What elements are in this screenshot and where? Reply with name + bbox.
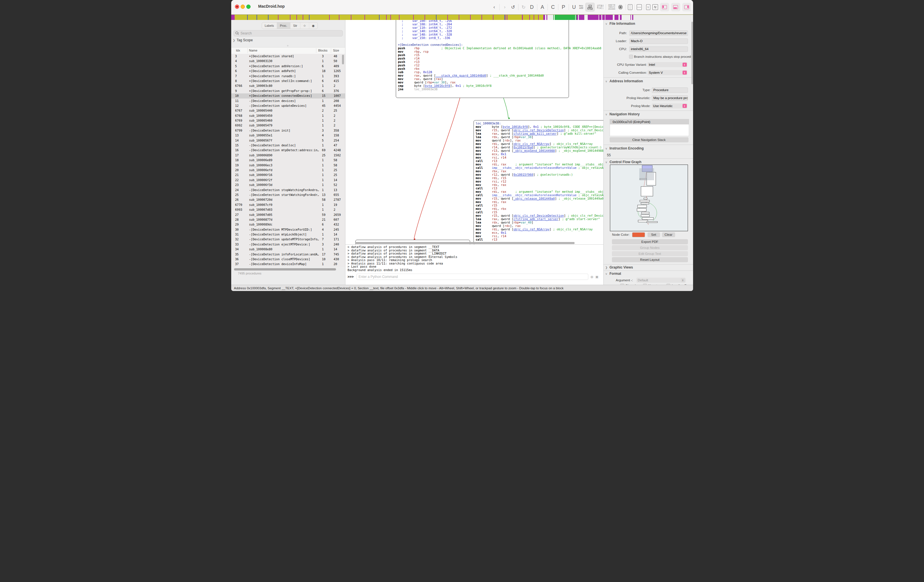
toggle-bottom-panel-icon[interactable] — [671, 3, 680, 12]
graph-horizontal-scrollbar[interactable] — [355, 242, 574, 244]
table-row[interactable]: 25-[DeviceDetection startWatchingForAndr… — [231, 193, 345, 197]
table-row[interactable]: 13sub_1000055e14158 — [231, 133, 345, 138]
cfg-graph-view[interactable]: ; var_100: int64_t, -256 ; var_108: int6… — [345, 20, 603, 244]
clear-console-icon[interactable]: ⊗ — [590, 275, 593, 279]
table-row[interactable]: 20sub_100006efd125 — [231, 168, 345, 173]
table-row[interactable]: 10+[DeviceDetection connectedDevices]151… — [231, 93, 345, 98]
table-row[interactable]: 6770sub_100007cf0119 — [231, 203, 345, 207]
table-horizontal-scrollbar[interactable] — [234, 268, 336, 270]
cpu-syntax-select[interactable]: Intel▲▼ — [647, 62, 687, 67]
table-row[interactable]: 32-[DeviceDetection updateMTPStorageInfo… — [231, 237, 345, 242]
split-horizontal-icon[interactable] — [637, 4, 642, 10]
set-node-color-button[interactable]: Set — [647, 232, 660, 237]
cfg-mode-icon[interactable] — [585, 3, 595, 12]
tab-procedures[interactable]: Proc. — [277, 23, 290, 29]
table-row[interactable]: 8+[DeviceDetection shellIn:command:]6415 — [231, 79, 345, 83]
close-window-button[interactable] — [235, 5, 239, 9]
tab-strings[interactable]: Str — [290, 23, 300, 29]
chevron-right-icon[interactable]: ❯ — [606, 266, 608, 269]
table-row[interactable]: 31-[DeviceDetection mtpLockObject]114 — [231, 232, 345, 237]
node-color-swatch[interactable] — [632, 232, 645, 237]
chevron-down-icon[interactable]: ∨ — [606, 22, 608, 25]
table-row[interactable]: 6+[DeviceDetection adbPath]181265 — [231, 69, 345, 73]
tab-bookmarks[interactable]: ☆ — [300, 23, 309, 29]
table-row[interactable]: 6769sub_10000546012 — [231, 118, 345, 123]
chevron-down-icon[interactable]: ∨ — [606, 147, 608, 150]
chevron-down-icon[interactable]: ∨ — [606, 80, 608, 83]
table-row[interactable]: 29sub_1000089dc6432 — [231, 222, 345, 227]
table-row[interactable]: 26sub_10000720d582787 — [231, 197, 345, 202]
table-row[interactable]: 23sub_100006f3d152 — [231, 183, 345, 187]
assembly-mode-icon[interactable]: mov add — [579, 5, 583, 9]
edit-group-text-button[interactable]: Edit Group Text — [612, 251, 688, 256]
table-row[interactable]: 28sub_10000877d21607 — [231, 217, 345, 222]
column-name[interactable]: Name — [249, 49, 257, 52]
table-row[interactable]: 24-[DeviceDetection stopWatchingForAndro… — [231, 188, 345, 193]
hex-mode-icon[interactable]: 486F70 706572 204469 — [608, 4, 615, 10]
table-row[interactable]: 7+[DeviceDetection runadb:]1393 — [231, 74, 345, 79]
column-idx[interactable]: Idx — [236, 49, 240, 52]
prolog-mode-select[interactable]: Use Heuristic▲▼ — [652, 103, 687, 109]
ascii-button[interactable]: A — [539, 3, 546, 12]
toggle-right-panel-icon[interactable] — [682, 3, 691, 12]
table-row[interactable]: 22sub_100006f2f114 — [231, 178, 345, 183]
navigation-history-list[interactable]: 0x1000ca7c0 (EntryPoint) — [610, 119, 689, 136]
table-row[interactable]: 33-[DeviceDetection ejectMTPDevice:]3240 — [231, 242, 345, 247]
column-blocks[interactable]: Blocks — [318, 49, 327, 52]
console-settings-icon[interactable]: ▣ — [596, 275, 598, 279]
navigation-entry[interactable]: 0x1000ca7c0 (EntryPoint) — [610, 119, 689, 124]
forward-icon[interactable]: › — [502, 3, 508, 12]
column-size[interactable]: Size — [333, 49, 339, 52]
table-row[interactable]: 6768sub_10000545012 — [231, 113, 345, 118]
table-row[interactable]: 27sub_100007d05592659 — [231, 213, 345, 217]
tag-scope-disclosure[interactable]: ❯ Tag Scope — [233, 38, 253, 42]
table-row[interactable]: 35-[DeviceDetection infoForLocation:andA… — [231, 252, 345, 257]
data-button[interactable]: D — [529, 3, 535, 12]
table-row[interactable]: 5+[DeviceDetection adbVersion:]6409 — [231, 64, 345, 69]
back-icon[interactable]: ‹ — [491, 3, 497, 12]
tab-scope[interactable]: ◉ — [309, 23, 318, 29]
undo-icon[interactable]: ↺ — [510, 3, 516, 12]
table-row[interactable]: 3+[DeviceDetection shared]348 — [231, 54, 345, 59]
python-command-input[interactable] — [356, 274, 588, 280]
table-row[interactable]: 9+[DeviceDetection getPropFor:prop:]6376 — [231, 89, 345, 93]
table-row[interactable]: 6766sub_100003c8012 — [231, 83, 345, 88]
table-row[interactable]: 12-[DeviceDetection updateDevices]454454 — [231, 103, 345, 108]
table-row[interactable]: 6993sub_100007d0312 — [231, 207, 345, 212]
cpu-icon[interactable] — [617, 3, 624, 12]
toggle-left-panel-icon[interactable] — [660, 3, 669, 12]
group-nodes-button[interactable]: Group Nodes — [612, 245, 688, 250]
asm-node-loc-100003e38[interactable]: loc_100003e38:mov byte [byte_10016c9f8],… — [474, 120, 603, 244]
table-row[interactable]: 6767sub_100005440225 — [231, 108, 345, 113]
splitter-grip[interactable] — [287, 45, 289, 46]
single-page-icon[interactable]: 1 — [646, 4, 650, 10]
reset-layout-button[interactable]: Reset Layout — [612, 257, 688, 262]
pseudocode-mode-icon[interactable]: if(b) f(x); — [597, 5, 604, 9]
segment-overview-bar[interactable] — [231, 15, 693, 20]
swap-panes-icon[interactable] — [652, 4, 658, 10]
search-input[interactable]: Search — [233, 30, 343, 36]
table-row[interactable]: 4sub_100003130150 — [231, 59, 345, 64]
clear-node-color-button[interactable]: Clear — [662, 232, 675, 237]
table-row[interactable]: 15-[DeviceDetection dealloc]147 — [231, 143, 345, 148]
table-row[interactable]: 6799-[DeviceDetection init]3358 — [231, 128, 345, 133]
table-row[interactable]: 6992sub_10000547912 — [231, 123, 345, 128]
chevron-down-icon[interactable]: ∨ — [606, 272, 608, 275]
branch-stop-checkbox[interactable] — [629, 54, 633, 59]
split-vertical-icon[interactable] — [628, 4, 632, 10]
code-button[interactable]: C — [550, 3, 556, 12]
table-row[interactable]: 14sub_10000567f5254 — [231, 138, 345, 143]
asm-node-entry[interactable]: ; var_100: int64_t, -256 ; var_108: int6… — [396, 20, 569, 98]
cfg-minimap[interactable] — [610, 165, 688, 231]
redo-icon[interactable]: ↻ — [520, 3, 527, 12]
table-vertical-scrollbar[interactable] — [342, 54, 344, 64]
clear-navigation-stack-button[interactable]: Clear Navigation Stack — [610, 137, 688, 142]
table-row[interactable]: 34sub_100008e80114 — [231, 247, 345, 252]
table-row[interactable]: 17sub_100006890251502 — [231, 153, 345, 158]
table-row[interactable]: 30-[DeviceDetection MTPDeviceForUID:]424… — [231, 227, 345, 232]
table-row[interactable]: 37-[DeviceDetection deviceInfoMap]120 — [231, 262, 345, 267]
table-row[interactable]: 16-[DeviceDetection mtpDetect:address:in… — [231, 148, 345, 153]
table-row[interactable]: 18sub_100006e89158 — [231, 158, 345, 163]
export-pdf-button[interactable]: Export PDF — [612, 239, 688, 244]
procedure-button[interactable]: P — [560, 3, 567, 12]
